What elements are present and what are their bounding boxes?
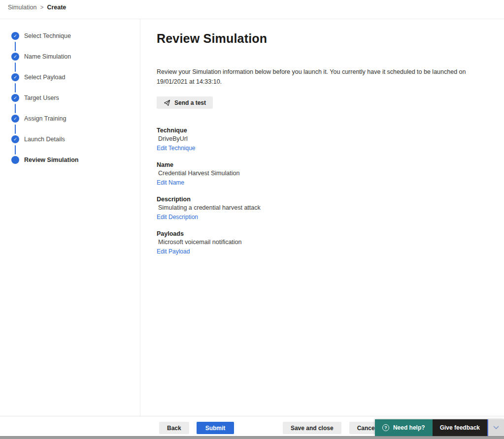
section-value: Simulating a credential harvest attack bbox=[157, 204, 482, 212]
section-value: Microsoft voicemail notification bbox=[157, 238, 482, 247]
section-description: Description Simulating a credential harv… bbox=[157, 195, 482, 221]
step-current-icon bbox=[11, 156, 19, 164]
step-select-technique[interactable]: ✓ Select Technique bbox=[0, 26, 140, 46]
step-launch-details[interactable]: ✓ Launch Details bbox=[0, 129, 140, 150]
section-label: Technique bbox=[157, 126, 482, 135]
window-bottom-strip bbox=[0, 436, 504, 439]
step-label: Target Users bbox=[24, 94, 59, 101]
breadcrumb-separator-icon: > bbox=[40, 4, 43, 11]
step-label: Assign Training bbox=[24, 115, 66, 122]
feedback-chevron-button[interactable] bbox=[487, 419, 504, 436]
edit-name-link[interactable]: Edit Name bbox=[157, 179, 184, 187]
help-question-icon: ? bbox=[382, 424, 389, 431]
back-button[interactable]: Back bbox=[159, 422, 189, 434]
page-title: Review Simulation bbox=[157, 31, 482, 46]
step-complete-icon: ✓ bbox=[11, 115, 19, 123]
review-sections: Technique DriveByUrl Edit Technique Name… bbox=[157, 126, 482, 256]
section-payloads: Payloads Microsoft voicemail notificatio… bbox=[157, 230, 482, 256]
send-test-button[interactable]: Send a test bbox=[157, 96, 213, 109]
footer-right-buttons: Save and close Cancel bbox=[283, 422, 384, 434]
section-technique: Technique DriveByUrl Edit Technique bbox=[157, 126, 482, 153]
step-complete-icon: ✓ bbox=[11, 135, 19, 143]
section-value: DriveByUrl bbox=[157, 135, 482, 143]
step-assign-training[interactable]: ✓ Assign Training bbox=[0, 108, 140, 129]
help-feedback-widget: ? Need help? Give feedback bbox=[375, 419, 504, 436]
send-icon bbox=[164, 99, 170, 106]
give-feedback-button[interactable]: Give feedback bbox=[433, 419, 487, 436]
breadcrumb-item-simulation[interactable]: Simulation bbox=[8, 4, 36, 11]
step-complete-icon: ✓ bbox=[11, 32, 19, 40]
step-label: Name Simulation bbox=[24, 53, 71, 60]
need-help-button[interactable]: ? Need help? bbox=[375, 419, 433, 436]
section-name: Name Credential Harvest Simulation Edit … bbox=[157, 161, 482, 187]
send-test-label: Send a test bbox=[174, 99, 206, 106]
step-label: Select Technique bbox=[24, 32, 71, 39]
step-complete-icon: ✓ bbox=[11, 73, 19, 81]
save-and-close-button[interactable]: Save and close bbox=[283, 422, 341, 434]
section-label: Name bbox=[157, 161, 482, 169]
step-complete-icon: ✓ bbox=[11, 94, 19, 102]
step-review-simulation[interactable]: Review Simulation bbox=[0, 150, 140, 170]
step-select-payload[interactable]: ✓ Select Payload bbox=[0, 67, 140, 88]
main-content: Review Simulation Review your Simulation… bbox=[141, 19, 504, 416]
step-name-simulation[interactable]: ✓ Name Simulation bbox=[0, 46, 140, 67]
edit-technique-link[interactable]: Edit Technique bbox=[157, 144, 196, 153]
step-label: Review Simulation bbox=[24, 157, 78, 163]
step-label: Select Payload bbox=[24, 74, 65, 81]
step-complete-icon: ✓ bbox=[11, 53, 19, 61]
edit-description-link[interactable]: Edit Description bbox=[157, 213, 198, 221]
review-intro-text: Review your Simulation information below… bbox=[157, 67, 482, 87]
section-value: Credential Harvest Simulation bbox=[157, 169, 482, 178]
section-label: Payloads bbox=[157, 230, 482, 238]
footer-left-buttons: Back Submit bbox=[159, 422, 234, 434]
breadcrumb: Simulation > Create bbox=[0, 0, 504, 19]
need-help-label: Need help? bbox=[393, 424, 425, 431]
section-label: Description bbox=[157, 195, 482, 204]
wizard-step-rail: ✓ Select Technique ✓ Name Simulation ✓ S… bbox=[0, 19, 140, 416]
submit-button[interactable]: Submit bbox=[197, 422, 235, 434]
step-target-users[interactable]: ✓ Target Users bbox=[0, 88, 140, 108]
edit-payload-link[interactable]: Edit Payload bbox=[157, 248, 190, 256]
chevron-down-icon bbox=[493, 426, 499, 430]
step-label: Launch Details bbox=[24, 136, 65, 143]
breadcrumb-item-create[interactable]: Create bbox=[47, 4, 66, 11]
